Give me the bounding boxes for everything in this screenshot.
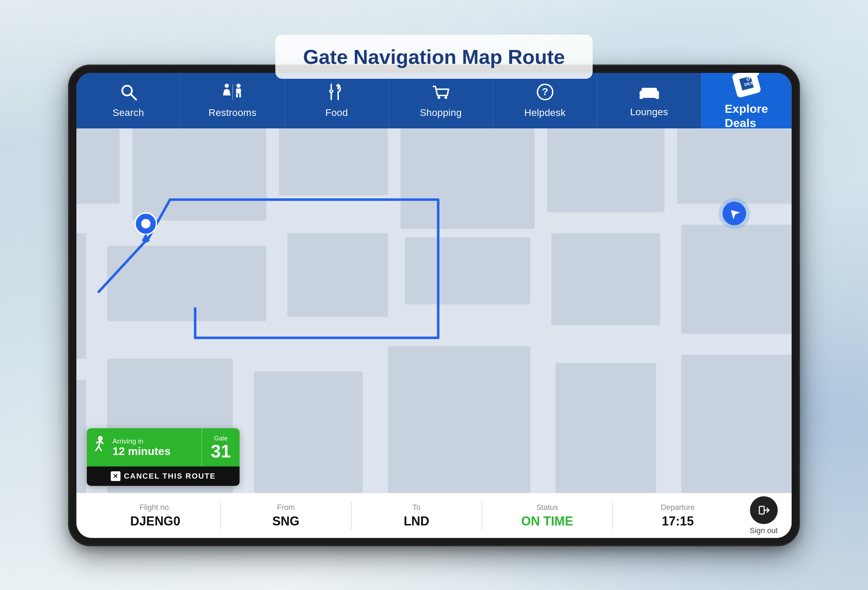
map-container: Arriving in 12 minutes Gate 31 ✕ CANCEL … — [77, 128, 791, 493]
svg-rect-6 — [239, 93, 241, 97]
svg-point-11 — [437, 96, 440, 99]
explore-deals-label2: Deals — [725, 116, 768, 130]
status-label: Status — [536, 503, 558, 512]
departure-value: 17:15 — [662, 514, 694, 528]
status-value: ON TIME — [521, 514, 573, 528]
sign-out-button[interactable]: Sign out — [750, 496, 778, 535]
tablet-screen: Search — [77, 73, 791, 538]
walker-icon — [93, 436, 108, 459]
svg-rect-23 — [77, 128, 120, 204]
from-label: From — [277, 503, 295, 512]
departure-item: Departure 17:15 — [613, 503, 743, 528]
restrooms-label: Restrooms — [208, 107, 256, 118]
gate-number: 31 — [211, 442, 231, 460]
from-value: SNG — [272, 514, 299, 528]
food-label: Food — [325, 107, 348, 118]
nav-item-lounges[interactable]: Lounges — [597, 73, 701, 128]
cancel-label: CANCEL THIS ROUTE — [124, 472, 216, 481]
svg-text:?: ? — [542, 86, 548, 97]
status-item: Status ON TIME — [482, 503, 612, 528]
flight-no-label: Flight no. — [140, 503, 171, 512]
svg-line-49 — [99, 446, 101, 450]
from-item: From SNG — [221, 503, 351, 528]
search-label: Search — [112, 107, 144, 118]
arriving-time: 12 minutes — [112, 445, 170, 457]
page-title: Gate Navigation Map Route — [303, 45, 565, 68]
svg-rect-5 — [236, 93, 238, 97]
svg-rect-24 — [132, 128, 266, 221]
shopping-icon — [432, 83, 450, 104]
shopping-label: Shopping — [420, 107, 462, 118]
restrooms-icon — [222, 83, 243, 104]
helpdesk-icon: ? — [536, 83, 554, 104]
svg-rect-4 — [236, 88, 241, 93]
svg-rect-53 — [759, 506, 764, 514]
svg-rect-39 — [254, 371, 363, 493]
svg-rect-40 — [388, 347, 530, 493]
gate-section: Gate 31 — [201, 428, 239, 466]
svg-point-12 — [444, 96, 447, 99]
svg-point-3 — [236, 84, 241, 88]
svg-rect-33 — [405, 237, 530, 304]
arriving-text: Arriving in 12 minutes — [112, 437, 170, 457]
svg-rect-41 — [555, 363, 656, 493]
svg-rect-35 — [681, 225, 791, 334]
sign-out-label: Sign out — [750, 526, 778, 535]
svg-point-46 — [98, 436, 103, 441]
explore-deals-label: Explore — [725, 102, 768, 116]
nav-info-top: Arriving in 12 minutes Gate 31 — [87, 428, 239, 466]
food-icon — [328, 83, 346, 104]
nav-info-card: Arriving in 12 minutes Gate 31 ✕ CANCEL … — [87, 428, 239, 486]
helpdesk-label: Helpdesk — [524, 107, 565, 118]
cancel-route-button[interactable]: ✕ CANCEL THIS ROUTE — [87, 466, 239, 486]
search-icon — [120, 83, 137, 104]
flight-info-bar: Flight no. DJENG0 From SNG To LND Status… — [77, 493, 791, 538]
svg-rect-19 — [639, 96, 659, 98]
explore-deals-button[interactable]: DEAL Explore Deals — [701, 73, 791, 128]
svg-rect-16 — [642, 88, 657, 93]
nav-item-search[interactable]: Search — [77, 73, 180, 128]
to-item: To LND — [352, 503, 481, 528]
svg-rect-37 — [77, 380, 86, 493]
to-value: LND — [404, 514, 430, 528]
nav-bar: Search — [77, 73, 791, 128]
svg-rect-28 — [677, 128, 791, 204]
svg-point-2 — [224, 84, 229, 88]
arriving-section: Arriving in 12 minutes — [87, 428, 201, 466]
departure-label: Departure — [661, 503, 695, 512]
location-pin — [132, 212, 160, 246]
svg-rect-32 — [288, 233, 388, 317]
svg-rect-26 — [400, 128, 534, 229]
arriving-label: Arriving in — [112, 437, 170, 445]
deals-tag: DEAL — [732, 73, 762, 98]
nav-item-shopping[interactable]: Shopping — [389, 73, 493, 128]
page-title-container: Gate Navigation Map Route — [275, 35, 593, 79]
svg-rect-34 — [551, 233, 660, 326]
nav-item-food[interactable]: Food — [285, 73, 389, 128]
flight-no-item: Flight no. DJENG0 — [90, 503, 220, 528]
svg-rect-25 — [279, 128, 388, 195]
lounges-label: Lounges — [630, 106, 668, 118]
nav-item-restrooms[interactable]: Restrooms — [180, 73, 285, 128]
svg-point-45 — [141, 219, 151, 229]
svg-rect-7 — [232, 84, 233, 100]
flight-no-value: DJENG0 — [130, 514, 180, 528]
destination-arrow — [719, 198, 750, 229]
tablet-frame: Search — [69, 66, 799, 545]
svg-rect-30 — [77, 233, 86, 359]
cancel-x-icon: ✕ — [111, 471, 121, 481]
svg-rect-27 — [547, 128, 664, 212]
nav-item-helpdesk[interactable]: ? Helpdesk — [493, 73, 597, 128]
lounges-icon — [638, 84, 660, 103]
to-label: To — [412, 503, 421, 512]
svg-rect-42 — [681, 355, 791, 493]
svg-line-1 — [131, 94, 136, 100]
sign-out-icon — [750, 496, 778, 524]
